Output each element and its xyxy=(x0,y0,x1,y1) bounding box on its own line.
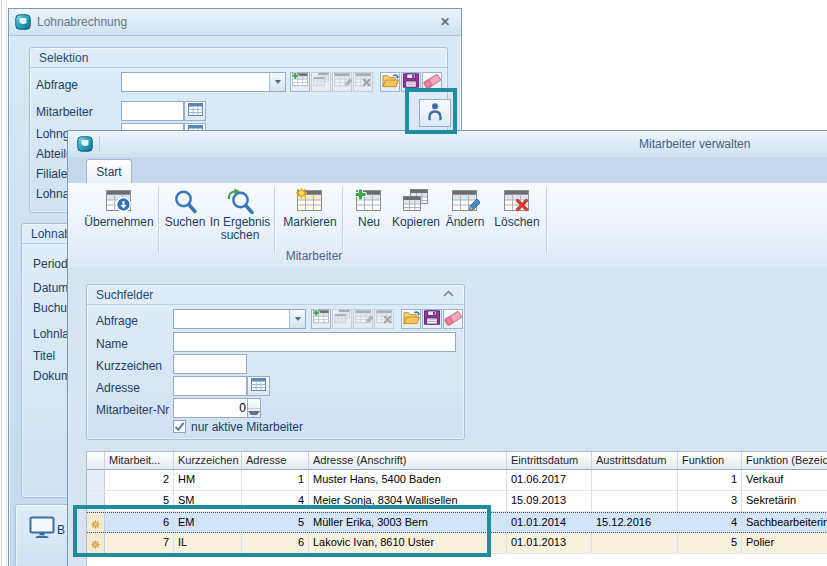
save-button[interactable] xyxy=(401,72,421,92)
ribbon-button-label: Löschen xyxy=(494,216,539,229)
table-row-employee-5[interactable]: 5SM4Meier Sonja, 8304 Wallisellen15.09.2… xyxy=(87,491,827,512)
column-header[interactable]: Funktion xyxy=(678,452,742,470)
edit-query-icon xyxy=(354,309,373,329)
ribbon-button-suchen[interactable]: Suchen xyxy=(162,186,208,246)
table-row-employee-2[interactable]: 2HM1Muster Hans, 5400 Baden01.06.20171Ve… xyxy=(87,470,827,491)
grid-lookup-icon xyxy=(251,377,266,395)
clear-button[interactable] xyxy=(443,309,463,329)
column-header[interactable]: Austrittsdatum xyxy=(592,452,678,470)
stepper-down-icon[interactable] xyxy=(248,409,260,418)
cell-eintritt: 01.01.2013 xyxy=(507,533,592,553)
ribbon: Übernehmen Suchen In Ergebnis suchen Mar… xyxy=(68,183,827,268)
adresse-input[interactable] xyxy=(173,376,247,396)
name-input[interactable] xyxy=(173,332,456,352)
open-folder-icon xyxy=(402,309,421,330)
ribbon-button-label: Markieren xyxy=(283,216,336,229)
ribbon-button--ndern[interactable]: Ändern xyxy=(440,186,490,246)
edit-query-button[interactable] xyxy=(353,309,373,329)
dropdown-arrow-icon[interactable] xyxy=(269,73,285,91)
sf-abfrage-combobox[interactable] xyxy=(173,309,306,329)
cell-funktion: 5 xyxy=(678,533,742,553)
new-query-button[interactable] xyxy=(311,309,331,329)
ribbon-tab-strip: Start xyxy=(68,157,827,183)
tab-start[interactable]: Start xyxy=(86,159,132,183)
table-edit-icon xyxy=(450,188,480,216)
ribbon-button-kopieren[interactable]: Kopieren xyxy=(390,186,442,246)
selektion-title: Selektion xyxy=(39,51,88,65)
cell-funktion_bez: Sachbearbeiterin xyxy=(742,513,827,532)
mitarbeiter-nr-label: Mitarbeiter-Nr xyxy=(96,403,169,417)
cell-austritt xyxy=(592,470,678,490)
nur-aktive-checkbox[interactable] xyxy=(173,420,186,433)
column-header[interactable]: Funktion (Bezeichnung) xyxy=(742,452,827,470)
close-icon[interactable]: ✕ xyxy=(437,14,453,30)
ribbon-separator xyxy=(274,187,275,253)
adresse-lookup-button[interactable] xyxy=(247,376,270,396)
dropdown-arrow-icon[interactable] xyxy=(289,310,305,328)
field-label-titel: Titel xyxy=(33,349,55,363)
adresse-label: Adresse xyxy=(96,381,140,395)
ribbon-separator xyxy=(158,187,159,253)
open-folder-button[interactable] xyxy=(380,72,400,92)
nur-aktive-label: nur aktive Mitarbeiter xyxy=(191,420,303,434)
app-icon xyxy=(15,14,31,34)
window1-titlebar[interactable]: Lohnabrechnung ✕ xyxy=(9,9,461,36)
monitor-icon[interactable] xyxy=(29,516,55,543)
window1-title: Lohnabrechnung xyxy=(37,15,127,29)
row-indicator xyxy=(87,491,105,511)
ribbon-button-markieren[interactable]: Markieren xyxy=(280,186,340,246)
delete-query-button[interactable] xyxy=(353,72,373,92)
ribbon-button-l-schen[interactable]: Löschen xyxy=(488,186,546,246)
cell-nr: 2 xyxy=(105,470,174,490)
cell-nr: 6 xyxy=(105,513,174,532)
grid-lookup-icon xyxy=(188,102,203,120)
abfrage-combobox-field[interactable] xyxy=(122,73,269,91)
table-row-employee-6[interactable]: 6EM5Müller Erika, 3003 Bern01.01.201415.… xyxy=(87,512,827,533)
sf-abfrage-combobox-field[interactable] xyxy=(174,310,289,328)
copy-query-button[interactable] xyxy=(332,309,352,329)
cell-adresse: 5 xyxy=(242,513,309,532)
kurzzeichen-input[interactable] xyxy=(173,354,247,374)
table-body: 2HM1Muster Hans, 5400 Baden01.06.20171Ve… xyxy=(87,470,827,554)
ribbon-button-in-ergebnis-suchen[interactable]: In Ergebnis suchen xyxy=(208,186,272,246)
column-header[interactable]: Kurzzeichen xyxy=(174,452,242,470)
ribbon-button--bernehmen[interactable]: Übernehmen xyxy=(82,186,156,246)
save-button[interactable] xyxy=(422,309,442,329)
mitarbeiter-nr-stepper[interactable] xyxy=(247,398,261,418)
new-query-button[interactable] xyxy=(290,72,310,92)
search-icon xyxy=(170,188,200,216)
collapse-chevron-icon[interactable] xyxy=(443,289,454,300)
select-employee-button[interactable] xyxy=(419,99,451,127)
cell-funktion: 3 xyxy=(678,491,742,511)
cell-nr: 7 xyxy=(105,533,174,553)
copy-query-button[interactable] xyxy=(311,72,331,92)
ribbon-button-neu[interactable]: Neu xyxy=(346,186,392,246)
table-mark-icon xyxy=(295,188,325,216)
clear-button[interactable] xyxy=(422,72,442,92)
delete-query-icon xyxy=(354,72,373,92)
cell-nr: 5 xyxy=(105,491,174,511)
groupbox-header xyxy=(30,48,447,68)
column-header[interactable]: Mitarbeit... xyxy=(105,452,174,470)
marked-row-icon xyxy=(87,513,105,532)
edit-query-icon xyxy=(333,72,352,92)
cell-anschrift: Muster Hans, 5400 Baden xyxy=(309,470,507,490)
open-folder-icon xyxy=(381,72,400,93)
column-header[interactable]: Adresse xyxy=(242,452,309,470)
open-folder-button[interactable] xyxy=(401,309,421,329)
mitarbeiter-lookup-button[interactable] xyxy=(184,101,206,121)
mitarbeiter-input[interactable] xyxy=(121,101,184,121)
edit-query-button[interactable] xyxy=(332,72,352,92)
stepper-up-icon[interactable] xyxy=(248,399,260,409)
delete-query-button[interactable] xyxy=(374,309,394,329)
abfrage-combobox[interactable] xyxy=(121,72,286,92)
clear-icon xyxy=(444,309,463,330)
column-header[interactable]: Adresse (Anschrift) xyxy=(309,452,507,470)
table-row-employee-7[interactable]: 7IL6Lakovic Ivan, 8610 Uster01.01.20135P… xyxy=(87,533,827,554)
row-indicator-header xyxy=(87,452,105,470)
mitarbeiter-nr-input[interactable]: 0 xyxy=(173,398,250,418)
window2-titlebar[interactable]: Mitarbeiter verwalten xyxy=(68,131,827,158)
cell-adresse: 6 xyxy=(242,533,309,553)
ribbon-button-label: Ändern xyxy=(446,216,485,229)
column-header[interactable]: Eintrittsdatum xyxy=(507,452,592,470)
